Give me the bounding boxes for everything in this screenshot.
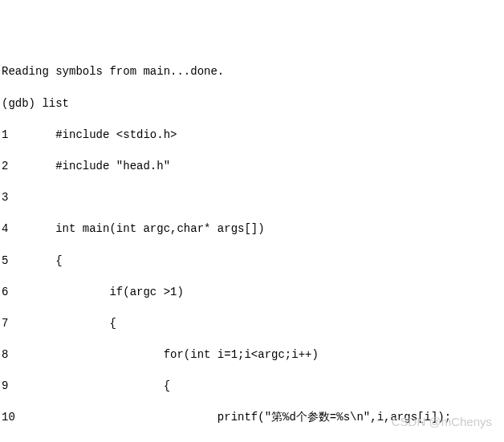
code-line-9: 9 { — [2, 379, 502, 395]
code-line-2: 2 #include "head.h" — [2, 159, 502, 175]
code-line-3: 3 — [2, 190, 502, 206]
code-line-6: 6 if(argc >1) — [2, 285, 502, 301]
code-line-5: 5 { — [2, 253, 502, 270]
code-line-8: 8 for(int i=1;i<argc;i++) — [2, 347, 502, 363]
code-line-10: 10 printf("第%d个参数=%s\n",i,args[i]); — [2, 410, 502, 426]
gdb-list-command: (gdb) list — [2, 96, 502, 112]
code-line-1: 1 #include <stdio.h> — [2, 128, 502, 144]
code-line-4: 4 int main(int argc,char* args[]) — [2, 221, 502, 237]
code-line-7: 7 { — [2, 316, 502, 332]
reading-symbols-line: Reading symbols from main...done. — [2, 64, 502, 80]
